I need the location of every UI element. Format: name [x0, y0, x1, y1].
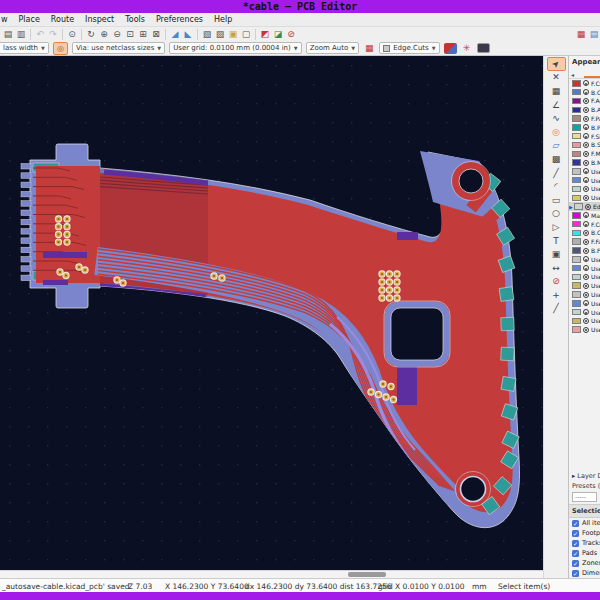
layer-color-swatch[interactable] — [572, 238, 581, 245]
select-items-icon[interactable]: ▧ — [201, 28, 213, 40]
layer-row-b-adhesive[interactable]: B.Adhesive — [569, 105, 600, 114]
layer-color-swatch[interactable] — [572, 80, 581, 87]
layer-row-user-8[interactable]: User.8 — [569, 317, 600, 326]
zoom-select[interactable]: Zoom Auto▼ — [306, 42, 360, 54]
drc-icon[interactable]: ◩ — [259, 28, 271, 40]
layer-row-edge-cuts[interactable]: ▶Edge.Cuts — [569, 202, 600, 211]
print-icon[interactable]: ▤ — [2, 28, 14, 40]
menu-route[interactable]: Route — [51, 15, 74, 24]
layer-color-swatch[interactable] — [572, 309, 581, 316]
mounting-hole-bottom[interactable] — [456, 472, 491, 507]
color-settings-icon[interactable]: ▤ — [588, 28, 600, 40]
hide-ratsnest-icon[interactable]: ⊘ — [285, 28, 297, 40]
layer-visibility-eye-icon[interactable] — [583, 248, 589, 254]
layer-color-swatch[interactable] — [572, 107, 581, 114]
menu-w[interactable]: w — [1, 15, 8, 24]
layer-pair-icon[interactable] — [444, 43, 457, 54]
layer-color-swatch[interactable] — [572, 124, 581, 131]
via-size-toggle-button[interactable]: ◎ — [53, 42, 68, 55]
layer-color-swatch[interactable] — [572, 318, 581, 325]
menu-place[interactable]: Place — [19, 15, 40, 24]
layer-color-swatch[interactable] — [572, 133, 581, 140]
layer-color-swatch[interactable] — [572, 265, 581, 272]
tune-length-tool[interactable]: ∿ — [547, 111, 566, 125]
layer-color-swatch[interactable] — [572, 256, 581, 263]
track-width-select[interactable]: lass width▼ — [0, 42, 49, 54]
checkbox-checked-icon[interactable]: ✓ — [572, 530, 579, 537]
layer-row-user-drawings[interactable]: User.Drawings — [569, 167, 600, 176]
layer-visibility-eye-icon[interactable] — [583, 283, 589, 289]
filter-row-tracks[interactable]: ✓Tracks — [569, 538, 600, 548]
plot-icon[interactable]: ▥ — [15, 28, 27, 40]
layer-visibility-eye-icon[interactable] — [583, 309, 589, 315]
layer-row-margin[interactable]: Margin — [569, 211, 600, 220]
layer-visibility-eye-icon[interactable] — [583, 80, 589, 86]
layer-row-user-eco2[interactable]: User.Eco2 — [569, 193, 600, 202]
pcb-canvas[interactable] — [0, 56, 543, 570]
layer-manager-icon[interactable]: ▦ — [575, 28, 587, 40]
layer-visibility-eye-icon[interactable] — [583, 177, 589, 183]
layer-row-user-6[interactable]: User.6 — [569, 299, 600, 308]
layer-visibility-eye-icon[interactable] — [583, 142, 589, 148]
layer-visibility-eye-icon[interactable] — [583, 89, 589, 95]
layer-visibility-eye-icon[interactable] — [583, 274, 589, 280]
layer-color-swatch[interactable] — [572, 195, 581, 202]
layer-row-b-silkscreen[interactable]: B.Silkscreen — [569, 141, 600, 150]
horizontal-scrollbar[interactable] — [0, 570, 543, 578]
filter-row-footprints[interactable]: ✓Footprints — [569, 528, 600, 538]
filter-row-pads[interactable]: ✓Pads — [569, 548, 600, 558]
layer-visibility-eye-icon[interactable] — [583, 230, 589, 236]
layer-row-user-5[interactable]: User.5 — [569, 290, 600, 299]
menu-preferences[interactable]: Preferences — [156, 15, 203, 24]
layer-row-f-paste[interactable]: F.Paste — [569, 114, 600, 123]
zoom-objects-icon[interactable]: ⊞ — [137, 28, 149, 40]
zoom-selection-icon[interactable]: ⊠ — [150, 28, 162, 40]
add-footprint-tool[interactable]: ▱ — [547, 139, 566, 153]
menu-inspect[interactable]: Inspect — [85, 15, 114, 24]
layer-color-swatch[interactable] — [572, 177, 581, 184]
zoom-in-icon[interactable]: ⊕ — [98, 28, 110, 40]
draw-line-tool[interactable]: ╱ — [547, 166, 566, 180]
layer-visibility-eye-icon[interactable] — [583, 318, 589, 324]
find-icon[interactable]: ⊙ — [66, 28, 78, 40]
zoom-out-icon[interactable]: ⊖ — [111, 28, 123, 40]
checkbox-checked-icon[interactable]: ✓ — [572, 520, 579, 527]
add-zone-tool[interactable]: ▩ — [547, 152, 566, 166]
layer-row-user-4[interactable]: User.4 — [569, 281, 600, 290]
layer-color-swatch[interactable] — [572, 326, 581, 333]
checkbox-checked-icon[interactable]: ✓ — [572, 540, 579, 547]
checkbox-checked-icon[interactable]: ✓ — [572, 560, 579, 567]
via-size-select[interactable]: Via: use netclass sizes▼ — [72, 42, 165, 54]
layer-color-swatch[interactable] — [572, 274, 581, 281]
layer-row-b-paste[interactable]: B.Paste — [569, 123, 600, 132]
footprint-check-icon[interactable]: ◪ — [272, 28, 284, 40]
layer-color-swatch[interactable] — [572, 282, 581, 289]
layer-visibility-eye-icon[interactable] — [583, 221, 589, 227]
layer-visibility-eye-icon[interactable] — [583, 151, 589, 157]
layer-row-user-eco1[interactable]: User.Eco1 — [569, 185, 600, 194]
track-posture-45-icon[interactable]: ◢ — [169, 28, 181, 40]
horizontal-scrollbar-thumb[interactable] — [348, 572, 386, 577]
filter-row-zones[interactable]: ✓Zones — [569, 558, 600, 568]
layer-color-swatch[interactable] — [572, 186, 581, 193]
layer-color-swatch[interactable] — [572, 168, 581, 175]
layer-row-user-3[interactable]: User.3 — [569, 273, 600, 282]
zoom-fit-icon[interactable]: ⊡ — [124, 28, 136, 40]
layer-color-swatch[interactable] — [572, 98, 581, 105]
layer-visibility-eye-icon[interactable] — [583, 98, 589, 104]
grid-toggle-icon[interactable]: ▦ — [363, 42, 375, 54]
layer-visibility-eye-icon[interactable] — [583, 239, 589, 245]
layer-row-f-silkscreen[interactable]: F.Silkscreen — [569, 132, 600, 141]
unlock-icon[interactable]: ▢ — [240, 28, 252, 40]
layer-visibility-eye-icon[interactable] — [583, 160, 589, 166]
draw-polygon-tool[interactable]: ▷ — [547, 220, 566, 234]
layer-visibility-eye-icon[interactable] — [583, 107, 589, 113]
net-highlight-icon[interactable]: ✳ — [461, 42, 473, 54]
appearance-tabs[interactable]: ◂ — [569, 68, 600, 79]
presets-select[interactable]: ----- — [572, 492, 597, 502]
layer-row-f-courtyard[interactable]: F.Courtyard — [569, 220, 600, 229]
layer-color-swatch[interactable] — [572, 300, 581, 307]
layer-row-b-courtyard[interactable]: B.Courtyard — [569, 229, 600, 238]
layer-row-user-9[interactable]: User.9 — [569, 325, 600, 334]
layer-color-swatch[interactable] — [572, 115, 581, 122]
